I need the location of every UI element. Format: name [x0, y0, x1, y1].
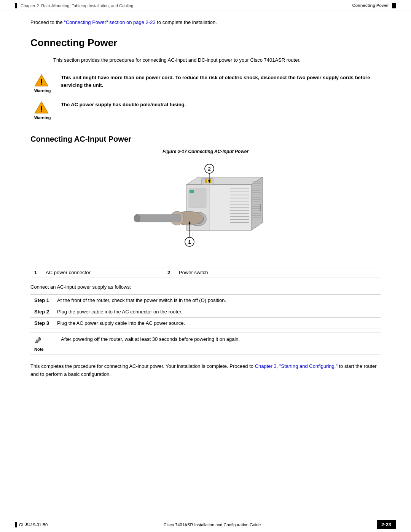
figure-caption: Figure 2-17 Connecting AC-Input Power	[30, 149, 381, 154]
step1-label: Step 1	[30, 295, 53, 306]
svg-rect-8	[230, 192, 249, 192]
warning-label-2: Warning	[34, 115, 51, 120]
svg-rect-20	[252, 183, 261, 184]
figure-labels-table: 1 AC power connector 2 Power switch	[30, 267, 381, 278]
step-row-1: Step 1 At the front of the router, check…	[30, 295, 381, 306]
figure-area: 1 2 57578	[30, 158, 381, 261]
svg-rect-17	[230, 219, 249, 220]
label1-num: 1	[30, 267, 42, 278]
steps-table: Step 1 At the front of the router, check…	[30, 294, 381, 329]
svg-rect-14	[230, 210, 249, 211]
svg-rect-26	[252, 197, 261, 198]
svg-text:!: !	[40, 78, 43, 86]
warning-label-1: Warning	[34, 88, 51, 93]
svg-rect-13	[230, 207, 249, 208]
svg-rect-38	[190, 190, 194, 193]
svg-rect-25	[252, 195, 261, 195]
svg-text:!: !	[40, 105, 43, 113]
page-footer: OL-5419-01 B0 Cisco 7401ASR Installation…	[0, 517, 411, 532]
body-intro-text: This section provides the procedures for…	[53, 56, 381, 64]
note-icon-area: ✎ Note	[30, 335, 57, 351]
step-row-3: Step 3 Plug the AC power supply cable in…	[30, 318, 381, 329]
footer-part-number: OL-5419-01 B0	[15, 522, 48, 527]
main-heading: Connecting Power	[30, 37, 381, 50]
warning-triangle-icon-2: !	[34, 101, 49, 114]
sub-section-heading: Connecting AC-Input Power	[30, 135, 381, 144]
svg-rect-42	[205, 179, 207, 183]
ac-input-power-figure: 1 2 57578	[133, 158, 278, 261]
note-label: Note	[34, 347, 43, 351]
svg-rect-27	[252, 199, 261, 200]
svg-rect-24	[252, 192, 261, 193]
connecting-power-link[interactable]: "Connecting Power" section on page 2-23	[64, 19, 156, 25]
step-row-2: Step 2 Plug the power cable into the AC …	[30, 306, 381, 318]
svg-rect-16	[230, 216, 249, 217]
warning-box-2: ! Warning The AC power supply has double…	[30, 97, 381, 124]
step1-text: At the front of the router, check that t…	[53, 295, 381, 306]
svg-text:2: 2	[208, 166, 210, 172]
step2-label: Step 2	[30, 306, 53, 318]
svg-point-47	[134, 214, 140, 222]
svg-rect-33	[252, 213, 261, 214]
svg-rect-22	[252, 188, 261, 189]
warning-box-1: ! Warning This unit might have more than…	[30, 70, 381, 97]
svg-rect-15	[230, 213, 249, 214]
chapter-title-text: Rack-Mounting, Tabletop Installation, an…	[41, 3, 133, 8]
svg-rect-43	[209, 179, 211, 183]
label2-num: 2	[164, 267, 175, 278]
warning-text-1: This unit might have more than one power…	[57, 74, 381, 89]
svg-rect-41	[202, 179, 213, 185]
step3-label: Step 3	[30, 318, 53, 329]
svg-rect-46	[137, 214, 181, 222]
svg-text:57578: 57578	[258, 204, 261, 211]
warning-triangle-icon-1: !	[34, 74, 49, 87]
warning-icon-area-2: ! Warning	[30, 101, 57, 120]
page-header: Chapter 2 Rack-Mounting, Tabletop Instal…	[0, 0, 411, 11]
figure-table-row: 1 AC power connector 2 Power switch	[30, 267, 381, 278]
intro-text-before: Proceed to the	[30, 19, 64, 25]
closing-text-before: This completes the procedure for connect…	[30, 363, 255, 369]
step3-text: Plug the AC power supply cable into the …	[53, 318, 381, 329]
section-title-header: Connecting Power	[352, 3, 396, 8]
svg-rect-11	[230, 201, 249, 201]
note-pencil-icon: ✎	[34, 335, 42, 346]
label1-text: AC power connector	[42, 267, 164, 278]
svg-rect-7	[230, 189, 249, 189]
note-text: After powering off the router, wait at l…	[57, 335, 381, 343]
closing-text: This completes the procedure for connect…	[30, 363, 381, 379]
svg-rect-12	[230, 204, 249, 204]
step2-text: Plug the power cable into the AC connect…	[53, 306, 381, 318]
svg-rect-28	[252, 201, 261, 202]
connect-intro-text: Connect an AC-input power supply as foll…	[30, 284, 381, 290]
chapter-info: Chapter 2 Rack-Mounting, Tabletop Instal…	[15, 3, 133, 8]
svg-text:1: 1	[188, 239, 191, 245]
svg-rect-34	[252, 215, 261, 216]
svg-rect-10	[230, 198, 249, 198]
svg-rect-23	[252, 190, 261, 191]
svg-rect-19	[252, 181, 261, 182]
warning-icon-area-1: ! Warning	[30, 74, 57, 93]
page-content: Proceed to the "Connecting Power" sectio…	[0, 11, 411, 407]
footer-guide-title: Cisco 7401ASR Installation and Configura…	[164, 522, 261, 527]
svg-rect-18	[230, 222, 249, 223]
svg-marker-4	[186, 177, 263, 185]
svg-rect-35	[252, 217, 261, 218]
intro-line: Proceed to the "Connecting Power" sectio…	[30, 19, 381, 26]
svg-rect-21	[252, 185, 261, 186]
warning-text-2: The AC power supply has double pole/neut…	[57, 101, 381, 109]
svg-rect-9	[230, 195, 249, 195]
label2-text: Power switch	[175, 267, 381, 278]
chapter-label: Chapter 2	[21, 3, 39, 8]
intro-text-after: to complete the installation.	[156, 19, 217, 25]
page-number: 2-23	[377, 520, 396, 529]
note-box: ✎ Note After powering off the router, wa…	[30, 332, 381, 355]
chapter3-link[interactable]: Chapter 3, "Starting and Configuring,"	[255, 363, 338, 369]
